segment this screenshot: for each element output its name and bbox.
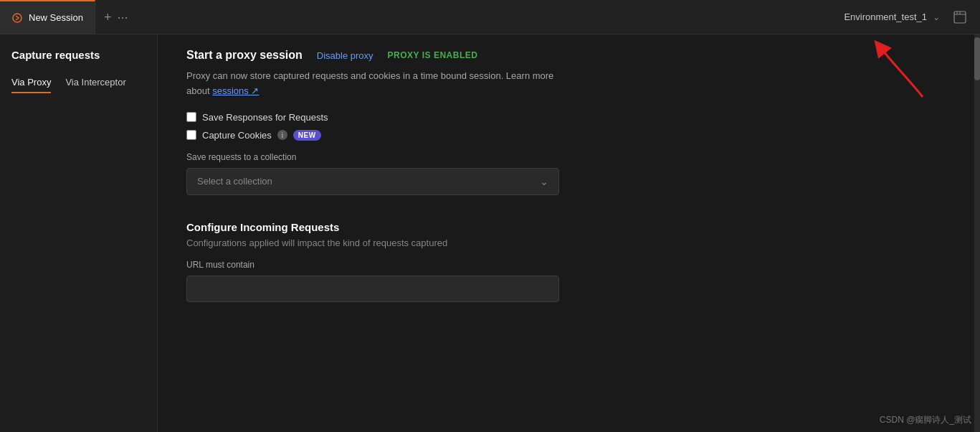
disable-proxy-link[interactable]: Disable proxy — [317, 50, 374, 61]
more-tabs-button[interactable]: ··· — [117, 11, 128, 24]
configure-description: Configurations applied will impact the k… — [186, 238, 951, 248]
configure-section: Configure Incoming Requests Configuratio… — [186, 221, 951, 302]
tab-via-proxy[interactable]: Via Proxy — [11, 72, 51, 93]
capture-cookies-checkbox[interactable] — [186, 130, 196, 140]
proxy-description: Proxy can now store captured requests an… — [186, 69, 559, 99]
capture-cookies-label: Capture Cookies — [202, 130, 272, 141]
environment-name: Environment_test_1 — [844, 11, 927, 22]
capture-cookies-info-icon[interactable]: i — [277, 130, 287, 140]
top-bar: New Session + ··· Environment_test_1 ⌄ — [0, 0, 980, 34]
proxy-enabled-badge: PROXY IS ENABLED — [388, 50, 478, 60]
watermark: CSDN @瘸脚诗人_测试 — [880, 414, 971, 426]
left-panel: Capture requests Via Proxy Via Intercept… — [0, 34, 158, 432]
sessions-link[interactable]: sessions ↗ — [212, 85, 259, 96]
capture-tabs: Via Proxy Via Interceptor — [11, 72, 146, 93]
url-input[interactable] — [186, 276, 559, 302]
arrow-annotation — [851, 36, 937, 108]
configure-title: Configure Incoming Requests — [186, 221, 951, 233]
active-tab[interactable]: New Session — [0, 0, 95, 34]
session-icon — [11, 12, 23, 24]
save-responses-row: Save Responses for Requests — [186, 112, 951, 123]
proxy-section-title: Start a proxy session — [186, 49, 303, 62]
main-layout: Capture requests Via Proxy Via Intercept… — [0, 34, 980, 432]
tab-controls: + ··· — [95, 11, 137, 24]
capture-cookies-row: Capture Cookies i NEW — [186, 130, 951, 141]
collection-placeholder: Select a collection — [197, 176, 272, 187]
panel-title: Capture requests — [11, 49, 146, 61]
collection-select-dropdown[interactable]: Select a collection ⌄ — [186, 168, 559, 195]
tab-label: New Session — [29, 12, 83, 23]
right-panel: Start a proxy session Disable proxy PROX… — [158, 34, 980, 432]
tab-area: New Session + ··· — [0, 0, 832, 34]
url-label: URL must contain — [186, 260, 951, 270]
collection-chevron-icon: ⌄ — [540, 176, 548, 187]
env-settings-icon[interactable] — [951, 9, 969, 26]
add-tab-button[interactable]: + — [104, 11, 112, 24]
save-responses-checkbox[interactable] — [186, 112, 196, 122]
env-chevron-icon: ⌄ — [933, 12, 940, 22]
tab-via-interceptor[interactable]: Via Interceptor — [65, 72, 125, 93]
svg-point-0 — [13, 14, 22, 22]
collection-section-label: Save requests to a collection — [186, 152, 951, 162]
scrollbar-thumb[interactable] — [974, 37, 980, 80]
environment-selector[interactable]: Environment_test_1 ⌄ — [832, 9, 980, 26]
proxy-section-header: Start a proxy session Disable proxy PROX… — [186, 49, 951, 62]
scrollbar-track[interactable] — [974, 34, 980, 432]
save-responses-label: Save Responses for Requests — [202, 112, 328, 123]
new-badge: NEW — [293, 130, 321, 141]
